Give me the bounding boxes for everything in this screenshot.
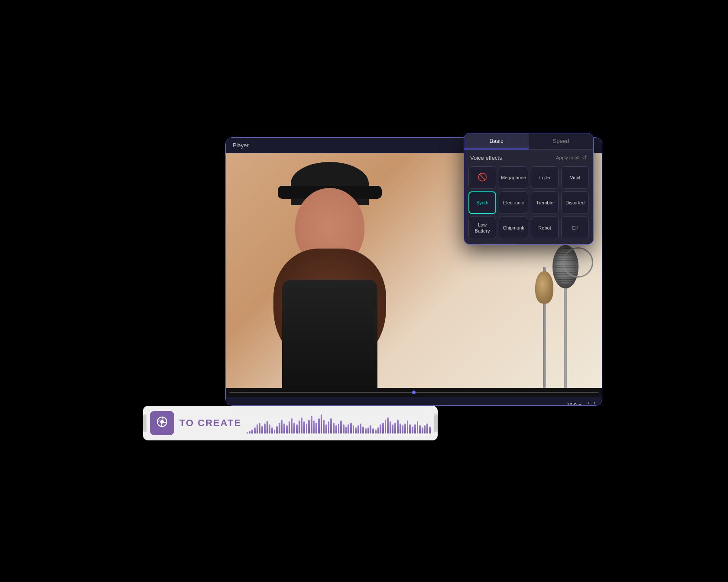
music-bar: TO CREATE (143, 406, 438, 440)
aspect-ratio-button[interactable]: 16:9 ▾ (567, 402, 581, 406)
voice-effects-panel: Basic Speed Voice effects Apply to all ↺… (464, 133, 594, 245)
effect-low-battery-button[interactable]: Low Battery (468, 217, 496, 239)
effect-none-button[interactable]: 🚫 (468, 166, 496, 189)
effect-megaphone-label: Megaphone (501, 175, 526, 181)
woman-figure (247, 153, 412, 388)
pop-filter (563, 247, 593, 278)
effect-tremble-button[interactable]: Tremble (531, 191, 559, 214)
mic2-head (535, 271, 553, 304)
effect-synth-button[interactable]: Synth (468, 191, 496, 214)
none-icon: 🚫 (478, 172, 487, 182)
tab-speed[interactable]: Speed (529, 133, 593, 149)
aspect-ratio-label: 16:9 (567, 402, 577, 406)
main-scene: Player (169, 129, 559, 453)
waveform-area (247, 413, 431, 433)
effect-chipmunk-label: Chipmunk (503, 225, 524, 231)
player-bottom-bar: 16:9 ▾ ⛶ (226, 397, 602, 406)
music-label: TO CREATE (179, 417, 241, 429)
effect-vinyl-label: Vinyl (570, 175, 580, 181)
music-bar-handle-left[interactable] (143, 414, 146, 432)
body (282, 280, 377, 388)
fullscreen-button[interactable]: ⛶ (588, 401, 595, 406)
music-icon (156, 416, 168, 430)
effect-distorted-button[interactable]: Distorted (561, 191, 589, 214)
chevron-down-icon: ▾ (578, 402, 581, 406)
music-icon-area (150, 411, 174, 435)
effect-electronic-label: Electronic (503, 200, 524, 206)
timeline-playhead[interactable] (412, 391, 416, 394)
fullscreen-icon: ⛶ (588, 401, 595, 406)
effect-robot-button[interactable]: Robot (531, 217, 559, 239)
effect-vinyl-button[interactable]: Vinyl (561, 166, 589, 189)
refresh-icon: ↺ (582, 154, 587, 161)
effect-distorted-label: Distorted (566, 200, 585, 206)
voice-effects-label: Voice effects (470, 155, 502, 161)
effect-elf-button[interactable]: Elf (561, 217, 589, 239)
music-bar-handle-right[interactable] (434, 414, 438, 432)
panel-header: Voice effects Apply to all ↺ (464, 150, 593, 164)
apply-to-all-label: Apply to all (556, 155, 579, 160)
timeline-track[interactable] (229, 392, 598, 393)
timeline[interactable] (226, 388, 602, 397)
tab-basic[interactable]: Basic (464, 133, 529, 149)
effects-grid: 🚫 Megaphone Lo-Fi Vinyl Synth Electronic… (464, 164, 593, 244)
effect-chipmunk-button[interactable]: Chipmunk (499, 217, 528, 239)
apply-to-all-button[interactable]: Apply to all ↺ (556, 154, 587, 161)
effect-electronic-button[interactable]: Electronic (499, 191, 528, 214)
effect-low-battery-label: Low Battery (471, 222, 494, 234)
player-title: Player (233, 142, 249, 149)
effect-elf-label: Elf (572, 225, 578, 231)
effect-megaphone-button[interactable]: Megaphone (499, 166, 528, 189)
effect-lofi-label: Lo-Fi (540, 175, 550, 181)
effect-robot-label: Robot (538, 225, 551, 231)
effect-synth-label: Synth (476, 200, 488, 206)
panel-tabs: Basic Speed (464, 133, 593, 150)
effect-lofi-button[interactable]: Lo-Fi (531, 166, 559, 189)
effect-tremble-label: Tremble (536, 200, 553, 206)
